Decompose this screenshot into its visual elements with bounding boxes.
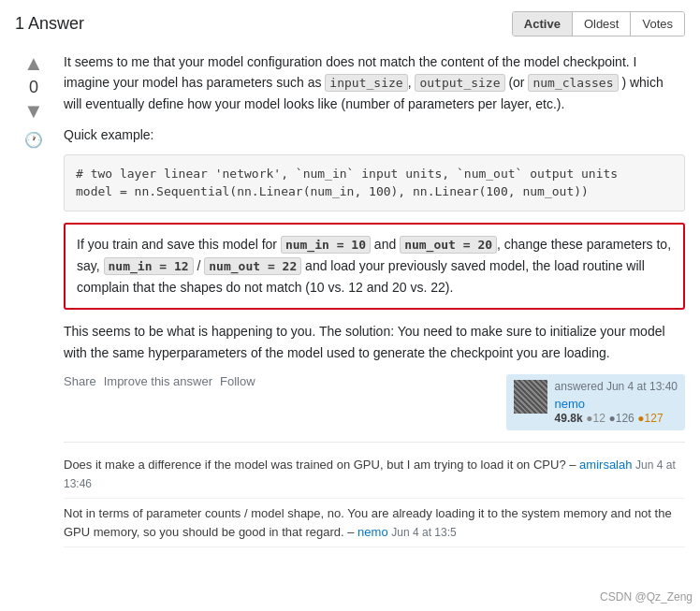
bookmark-button[interactable]: 🕐	[24, 131, 43, 149]
user-details: answered Jun 4 at 13:40 nemo 49.8k ●12 ●…	[555, 380, 678, 425]
answer-actions: Share Improve this answer Follow	[64, 374, 255, 388]
answer-info: answered Jun 4 at 13:40 nemo 49.8k ●12 ●…	[506, 374, 685, 430]
silver-badge: ●12	[586, 412, 605, 425]
improve-link[interactable]: Improve this answer	[104, 374, 212, 388]
highlight-slash: /	[194, 258, 205, 273]
comment-2-author[interactable]: nemo	[357, 525, 388, 539]
sort-tabs: Active Oldest Votes	[512, 11, 685, 36]
quick-example-label: Quick example:	[64, 124, 685, 145]
comment-1-author[interactable]: amirsalah	[579, 458, 632, 472]
avatar	[514, 380, 547, 414]
code-input-size: input_size	[325, 74, 407, 92]
code-block: # two layer linear 'network', `num_in` i…	[64, 154, 685, 211]
page-container: 1 Answer Active Oldest Votes ▲ 0 ▼ 🕐 It …	[0, 0, 700, 574]
comment-item-2: Not in terms of parameter counts / model…	[64, 499, 685, 547]
code-num-out-20: num_out = 20	[400, 236, 497, 254]
code-num-out-22: num_out = 22	[204, 257, 301, 275]
tab-active[interactable]: Active	[513, 12, 573, 36]
user-name-link[interactable]: nemo	[555, 397, 678, 411]
answer-paragraph-3: This seems to be what is happening to yo…	[64, 321, 685, 363]
comments-section: Does it make a difference if the model w…	[64, 442, 685, 547]
code-output-size: output_size	[415, 74, 504, 92]
answers-title: 1 Answer	[15, 14, 84, 34]
vote-count: 0	[29, 78, 38, 97]
watermark: CSDN @Qz_Zeng	[600, 590, 693, 604]
vote-up-button[interactable]: ▲	[23, 51, 44, 76]
vote-down-button[interactable]: ▼	[23, 99, 44, 124]
answered-text: answered Jun 4 at 13:40	[555, 380, 678, 393]
share-link[interactable]: Share	[64, 374, 96, 388]
answers-header: 1 Answer Active Oldest Votes	[15, 11, 685, 36]
tab-oldest[interactable]: Oldest	[573, 12, 632, 36]
highlight-text-before: If you train and save this model for	[77, 237, 281, 252]
para1-or: (or	[505, 75, 529, 90]
vote-column: ▲ 0 ▼ 🕐	[15, 51, 52, 547]
comment-1-text: Does it make a difference if the model w…	[64, 458, 566, 472]
highlight-block: If you train and save this model for num…	[64, 223, 685, 310]
bronze-badge1: ●126	[608, 412, 634, 425]
code-num-in-12: num_in = 12	[104, 257, 194, 275]
code-num-in-10: num_in = 10	[281, 236, 371, 254]
answer-paragraph-1: It seems to me that your model configura…	[64, 51, 685, 115]
answer-meta: Share Improve this answer Follow answere…	[64, 374, 685, 430]
tab-votes[interactable]: Votes	[631, 12, 684, 36]
user-reputation-row: 49.8k ●12 ●126 ●127	[555, 411, 678, 425]
comment-2-time: Jun 4 at 13:5	[391, 526, 456, 539]
answer-body: It seems to me that your model configura…	[64, 51, 685, 547]
highlight-and: and	[371, 237, 400, 252]
bronze-badge2: ●127	[637, 412, 663, 425]
user-reputation: 49.8k	[555, 412, 583, 425]
follow-link[interactable]: Follow	[220, 374, 255, 388]
code-num-classes: num_classes	[528, 74, 618, 92]
answer-block: ▲ 0 ▼ 🕐 It seems to me that your model c…	[15, 51, 685, 547]
comment-item-1: Does it make a difference if the model w…	[64, 450, 685, 499]
